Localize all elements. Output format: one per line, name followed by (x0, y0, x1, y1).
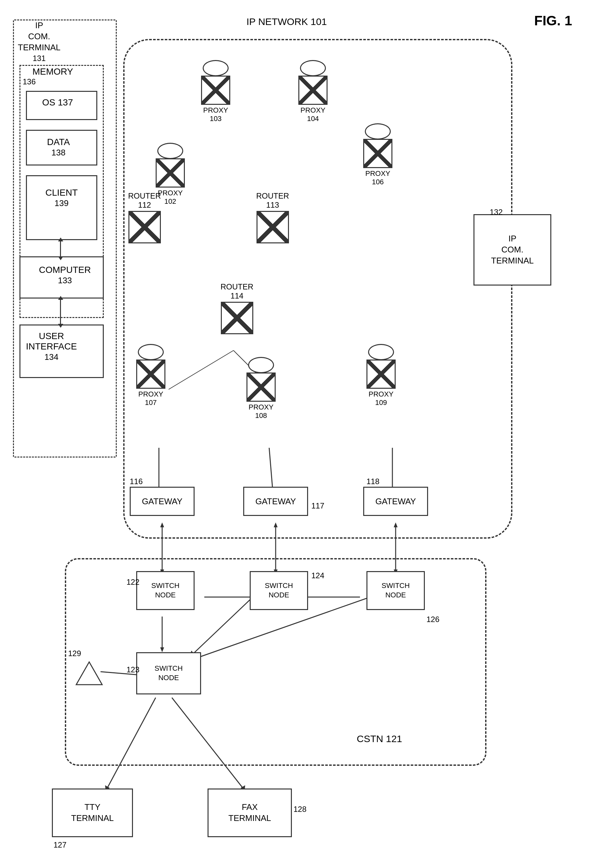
switch-node-122-ref: 122 (127, 577, 139, 587)
diagram: FIG. 1 IPCOM.TERMINAL 131 MEMORY 136 OS … (0, 0, 598, 868)
svg-marker-28 (76, 662, 102, 685)
proxy-106-oval (365, 123, 391, 139)
proxy-109: PROXY109 (366, 344, 396, 407)
proxy-107-box (136, 360, 165, 389)
tty-terminal-127-ref: 127 (54, 840, 66, 850)
triangle-129 (75, 660, 104, 688)
triangle-svg (75, 660, 104, 686)
computer-label: COMPUTER133 (39, 265, 91, 286)
cstn-label: CSTN 121 (357, 733, 402, 744)
router-112: ROUTER112 (128, 192, 161, 243)
router-112-label: ROUTER112 (128, 192, 161, 210)
user-interface-label: USERINTERFACE134 (26, 331, 77, 362)
router-114: ROUTER114 (221, 282, 253, 334)
proxy-108: PROXY108 (247, 357, 276, 420)
memory-label: MEMORY (33, 66, 73, 77)
ip-com-terminal-132-ref: 132 (490, 208, 503, 217)
proxy-104-label: PROXY104 (300, 106, 325, 123)
tty-terminal-127: TTYTERMINAL (52, 789, 133, 837)
gateway-117: GATEWAY (243, 487, 308, 516)
fax-terminal-128: FAXTERMINAL (208, 789, 292, 837)
router-114-label: ROUTER114 (221, 282, 253, 300)
gateway-118: GATEWAY (363, 487, 428, 516)
proxy-106-label: PROXY106 (365, 169, 390, 186)
switch-node-123: SWITCHNODE (136, 652, 201, 694)
gateway-118-ref: 118 (366, 477, 380, 486)
router-113: ROUTER113 (256, 192, 289, 243)
proxy-108-oval (248, 357, 274, 373)
data-label: DATA138 (47, 137, 70, 158)
router-113-box (257, 211, 289, 243)
switch-node-122: SWITCHNODE (136, 571, 194, 610)
gateway-116-ref: 116 (130, 477, 143, 486)
os-label: OS 137 (42, 97, 73, 108)
proxy-106: PROXY106 (363, 123, 392, 186)
gateway-116: GATEWAY (130, 487, 194, 516)
proxy-109-label: PROXY109 (368, 390, 393, 407)
ref-129-label: 129 (68, 649, 81, 658)
proxy-109-oval (368, 344, 394, 360)
switch-node-126-ref: 126 (426, 615, 440, 624)
proxy-102-oval (157, 143, 183, 159)
proxy-103: PROXY103 (201, 60, 230, 123)
proxy-106-box (363, 139, 392, 168)
router-113-label: ROUTER113 (256, 192, 289, 210)
proxy-103-label: PROXY103 (203, 106, 228, 123)
fax-terminal-128-ref: 128 (293, 805, 306, 814)
proxy-102-box (155, 158, 185, 187)
memory-ref: 136 (23, 77, 36, 86)
ip-com-terminal-131-label: IPCOM.TERMINAL 131 (18, 20, 60, 64)
proxy-108-label: PROXY108 (248, 403, 274, 420)
proxy-103-oval (203, 60, 229, 76)
client-label: CLIENT139 (45, 187, 78, 208)
ip-network-label: IP NETWORK 101 (247, 16, 327, 27)
proxy-108-box (247, 373, 276, 402)
proxy-103-box (201, 76, 230, 105)
proxy-107-oval (138, 344, 164, 360)
switch-node-126: SWITCHNODE (366, 571, 425, 610)
switch-node-124-ref: 124 (311, 571, 324, 580)
arrow-client-computer (60, 241, 61, 257)
switch-node-123-ref: 123 (127, 665, 139, 674)
router-112-box (129, 211, 161, 243)
ip-com-terminal-132: IPCOM.TERMINAL (474, 214, 551, 286)
figure-title: FIG. 1 (534, 13, 572, 28)
proxy-104: PROXY104 (298, 60, 327, 123)
proxy-109-box (366, 360, 396, 389)
proxy-104-oval (300, 60, 326, 76)
proxy-102-label: PROXY102 (158, 189, 182, 206)
arrow-computer-ui (60, 299, 61, 324)
switch-node-124: SWITCHNODE (250, 571, 308, 610)
gateway-117-ref: 117 (311, 501, 324, 510)
proxy-104-box (298, 76, 327, 105)
router-114-box (221, 302, 253, 334)
proxy-107: PROXY107 (136, 344, 165, 407)
proxy-107-label: PROXY107 (138, 390, 163, 407)
